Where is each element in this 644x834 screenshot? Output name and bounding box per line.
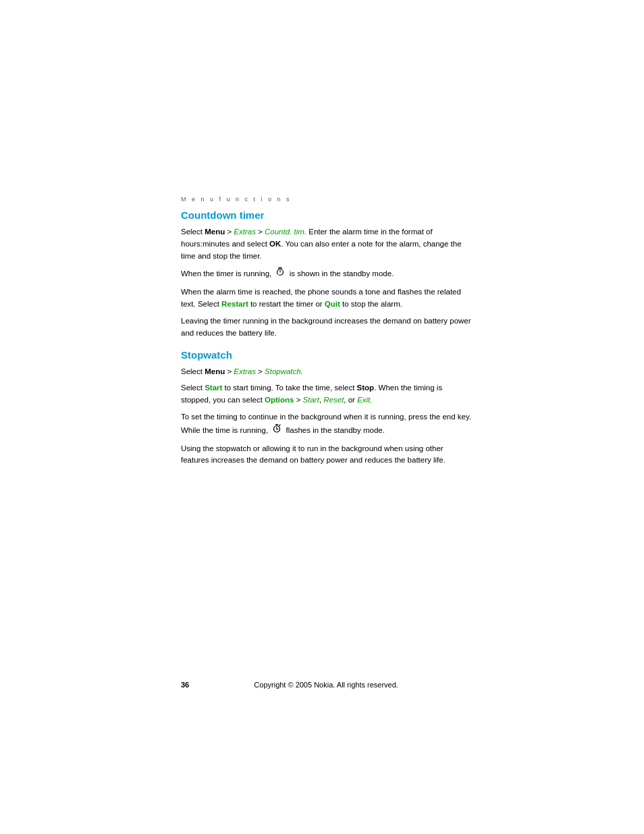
text: > [225, 228, 234, 236]
stop-bold: Stop [357, 384, 375, 392]
text: > [256, 367, 265, 375]
stopwatch-para2: Select Start to start timing. To take th… [181, 382, 471, 407]
text: flashes in the standby mode. [286, 426, 385, 434]
content-area: M e n u f u n c t i o n s Countdown time… [181, 196, 471, 479]
extras-italic2: Extras [234, 367, 256, 375]
section-label: M e n u f u n c t i o n s [181, 196, 471, 203]
text: Select [181, 228, 205, 236]
countdown-para4: Leaving the timer running in the backgro… [181, 315, 471, 340]
text: Select [181, 367, 205, 375]
stopwatch-title: Stopwatch [181, 349, 471, 361]
copyright-text: Copyright © 2005 Nokia. All rights reser… [189, 681, 463, 689]
stopwatch-running-icon [271, 423, 282, 438]
start-bold: Start [205, 384, 222, 392]
timer-running-icon [275, 267, 286, 282]
countdown-title: Countdown timer [181, 209, 471, 221]
ok-bold: OK [269, 240, 281, 248]
svg-line-5 [279, 425, 281, 426]
svg-rect-2 [275, 424, 278, 425]
countd-italic: Countd. tim. [265, 228, 306, 236]
reset-italic: Reset [323, 396, 344, 404]
footer: 36 Copyright © 2005 Nokia. All rights re… [0, 681, 644, 689]
countdown-para2: When the timer is running, is shown in t… [181, 267, 471, 282]
stopwatch-italic: Stopwatch. [265, 367, 303, 375]
stopwatch-section: Stopwatch Select Menu > Extras > Stopwat… [181, 349, 471, 467]
text: to stop the alarm. [340, 300, 402, 308]
countdown-section: Countdown timer Select Menu > Extras > C… [181, 209, 471, 340]
restart-bold: Restart [221, 300, 248, 308]
page: M e n u f u n c t i o n s Countdown time… [0, 0, 644, 834]
stopwatch-para1: Select Menu > Extras > Stopwatch. [181, 366, 471, 378]
text: Select [181, 384, 205, 392]
extras-italic: Extras [234, 228, 256, 236]
menu-bold: Menu [205, 228, 225, 236]
text: is shown in the standby mode. [290, 269, 394, 278]
svg-rect-0 [278, 267, 282, 269]
text: When the timer is running, [181, 269, 273, 278]
countdown-para1: Select Menu > Extras > Countd. tim. Ente… [181, 226, 471, 262]
stopwatch-para4: Using the stopwatch or allowing it to ru… [181, 443, 471, 467]
page-number: 36 [181, 681, 189, 689]
start-italic: Start [303, 396, 319, 404]
text: to start timing. To take the time, selec… [222, 384, 356, 392]
text: > [225, 367, 234, 375]
quit-bold: Quit [325, 300, 340, 308]
options-bold: Options [265, 396, 294, 404]
text: > [294, 396, 302, 404]
menu-bold2: Menu [205, 367, 225, 375]
exit-italic: Exit. [357, 396, 372, 404]
stopwatch-para3: To set the timing to continue in the bac… [181, 411, 471, 438]
text: , or [344, 396, 357, 404]
text: to restart the timer or [248, 300, 325, 308]
text: > [256, 228, 265, 236]
countdown-para3: When the alarm time is reached, the phon… [181, 286, 471, 311]
